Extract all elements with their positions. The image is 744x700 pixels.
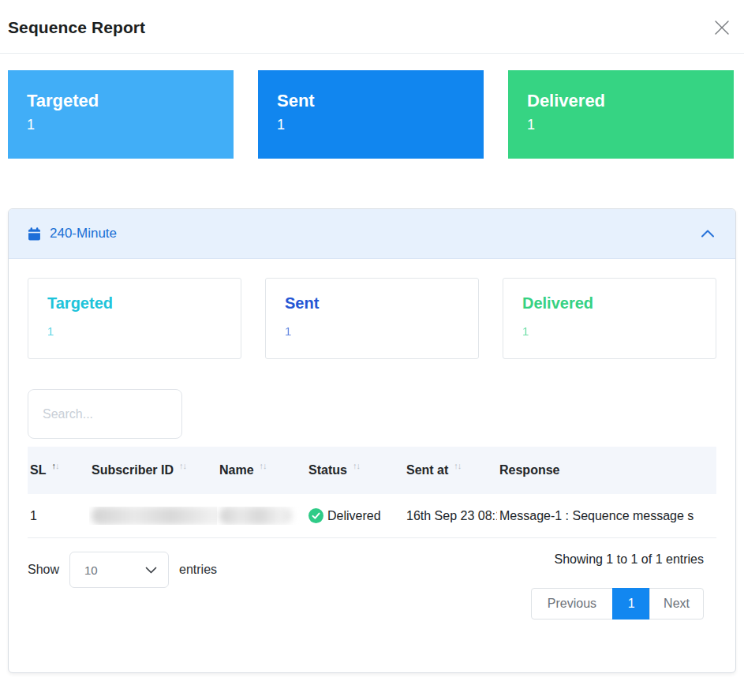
cell-subscriber-id: [89, 507, 217, 525]
stat-card-targeted: Targeted 1: [8, 70, 234, 159]
entries-summary: Showing 1 to 1 of 1 entries: [555, 552, 704, 567]
substat-value: 1: [47, 324, 222, 338]
substats-row: Targeted 1 Sent 1 Delivered 1: [28, 278, 716, 359]
stat-label: Sent: [277, 91, 484, 111]
sort-icon[interactable]: ↑↓: [51, 463, 58, 470]
page-size-control: Show 10 entries: [28, 552, 217, 588]
column-header-subscriber-id[interactable]: Subscriber ID↑↓: [89, 463, 217, 477]
modal-header: Sequence Report: [0, 0, 744, 54]
status-badge: Delivered: [327, 509, 381, 523]
substat-label: Targeted: [47, 294, 222, 313]
substat-value: 1: [285, 324, 459, 338]
panel-body: Targeted 1 Sent 1 Delivered 1 SL↑↓ Subsc…: [9, 259, 735, 672]
stat-value: 1: [27, 117, 234, 133]
table-row: 1 Delivered 16th Sep 23 08:18 Message-1 …: [28, 494, 716, 538]
substat-label: Sent: [285, 294, 459, 313]
column-header-name[interactable]: Name↑↓: [217, 463, 306, 477]
search-input[interactable]: [28, 389, 182, 439]
stat-value: 1: [277, 117, 484, 133]
sort-icon[interactable]: ↑↓: [353, 463, 360, 470]
close-x-glyph: [713, 19, 731, 36]
substat-label: Delivered: [522, 294, 697, 313]
chevron-down-icon: [145, 567, 157, 574]
page-title: Sequence Report: [8, 18, 732, 37]
column-header-response[interactable]: Response: [497, 463, 716, 477]
panel-accordion-header[interactable]: 240-Minute: [9, 209, 735, 259]
stats-row: Targeted 1 Sent 1 Delivered 1: [8, 70, 734, 159]
show-label: Show: [28, 563, 59, 577]
close-icon[interactable]: [712, 19, 731, 38]
column-header-sent-at[interactable]: Sent at↑↓: [404, 463, 497, 477]
redacted-subscriber-id: [92, 507, 217, 525]
stat-value: 1: [527, 117, 734, 133]
footer-right: Showing 1 to 1 of 1 entries Previous 1 N…: [531, 552, 704, 620]
table-footer: Show 10 entries Showing 1 to 1 of 1 entr…: [28, 552, 716, 620]
page-1-button[interactable]: 1: [612, 588, 650, 620]
redacted-name: [219, 507, 292, 525]
cell-name: [217, 507, 306, 525]
stat-card-delivered: Delivered 1: [508, 70, 734, 159]
pagination: Previous 1 Next: [531, 588, 704, 620]
column-header-sl[interactable]: SL↑↓: [28, 463, 89, 477]
check-circle-icon: [308, 508, 323, 523]
stat-label: Delivered: [527, 91, 734, 111]
substat-value: 1: [522, 324, 697, 338]
substat-card-targeted: Targeted 1: [28, 278, 241, 359]
stat-label: Targeted: [27, 91, 234, 111]
page-size-value: 10: [84, 563, 98, 577]
page-size-select[interactable]: 10: [69, 552, 169, 588]
panel-title: 240-Minute: [50, 226, 117, 241]
previous-page-button[interactable]: Previous: [531, 588, 613, 620]
substat-card-delivered: Delivered 1: [503, 278, 716, 359]
calendar-icon: [28, 227, 41, 241]
cell-sl: 1: [28, 509, 89, 523]
sort-icon[interactable]: ↑↓: [179, 463, 186, 470]
stat-card-sent: Sent 1: [258, 70, 484, 159]
substat-card-sent: Sent 1: [265, 278, 479, 359]
entries-label: entries: [179, 563, 217, 577]
cell-response: Message-1 : Sequence message s: [497, 509, 716, 523]
panel-header-left: 240-Minute: [28, 226, 117, 241]
cell-sent-at: 16th Sep 23 08:18: [404, 509, 497, 523]
chevron-up-icon[interactable]: [701, 229, 715, 238]
sequence-step-panel: 240-Minute Targeted 1 Sent 1 Delivered 1: [8, 208, 736, 673]
report-table: SL↑↓ Subscriber ID↑↓ Name↑↓ Status↑↓ Sen…: [28, 447, 716, 538]
sort-icon[interactable]: ↑↓: [454, 463, 461, 470]
next-page-button[interactable]: Next: [649, 588, 704, 620]
cell-status: Delivered: [306, 508, 404, 523]
table-header-row: SL↑↓ Subscriber ID↑↓ Name↑↓ Status↑↓ Sen…: [28, 447, 716, 494]
column-header-status[interactable]: Status↑↓: [306, 463, 404, 477]
sort-icon[interactable]: ↑↓: [260, 463, 267, 470]
